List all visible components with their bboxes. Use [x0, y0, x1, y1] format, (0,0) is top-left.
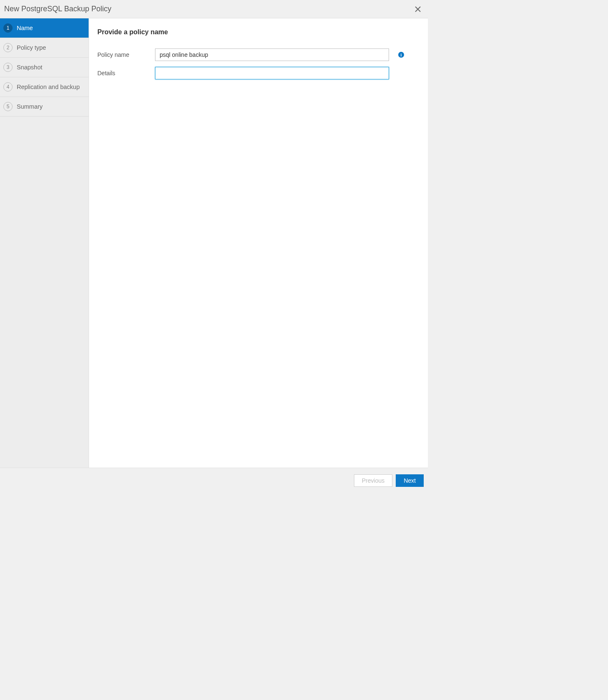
step-number: 5	[3, 102, 13, 111]
next-button[interactable]: Next	[396, 474, 424, 487]
details-label: Details	[97, 70, 155, 76]
dialog-header: New PostgreSQL Backup Policy	[0, 0, 428, 18]
step-label: Summary	[17, 103, 43, 110]
close-button[interactable]	[414, 5, 422, 13]
wizard-content: Provide a policy name Policy name i Deta…	[89, 18, 428, 468]
step-summary[interactable]: 5 Summary	[0, 97, 89, 117]
policy-name-label: Policy name	[97, 51, 155, 58]
step-label: Policy type	[17, 44, 46, 51]
previous-button: Previous	[354, 474, 392, 487]
step-number: 3	[3, 63, 13, 72]
step-snapshot[interactable]: 3 Snapshot	[0, 58, 89, 77]
info-icon[interactable]: i	[398, 52, 404, 58]
close-icon	[415, 6, 421, 13]
step-label: Replication and backup	[17, 84, 80, 90]
page-heading: Provide a policy name	[97, 28, 420, 36]
policy-name-input[interactable]	[155, 48, 389, 61]
form-row-details: Details	[97, 67, 420, 79]
step-replication-backup[interactable]: 4 Replication and backup	[0, 77, 89, 97]
dialog-title: New PostgreSQL Backup Policy	[4, 5, 111, 13]
form-row-policy-name: Policy name i	[97, 48, 420, 61]
step-name[interactable]: 1 Name	[0, 18, 89, 38]
dialog-body: 1 Name 2 Policy type 3 Snapshot 4 Replic…	[0, 18, 428, 468]
dialog-footer: Previous Next	[0, 468, 428, 493]
step-label: Name	[17, 25, 33, 31]
details-input[interactable]	[155, 67, 389, 79]
wizard-sidebar: 1 Name 2 Policy type 3 Snapshot 4 Replic…	[0, 18, 89, 468]
step-number: 1	[3, 23, 13, 33]
step-policy-type[interactable]: 2 Policy type	[0, 38, 89, 58]
step-number: 2	[3, 43, 13, 52]
step-number: 4	[3, 82, 13, 92]
step-label: Snapshot	[17, 64, 42, 71]
